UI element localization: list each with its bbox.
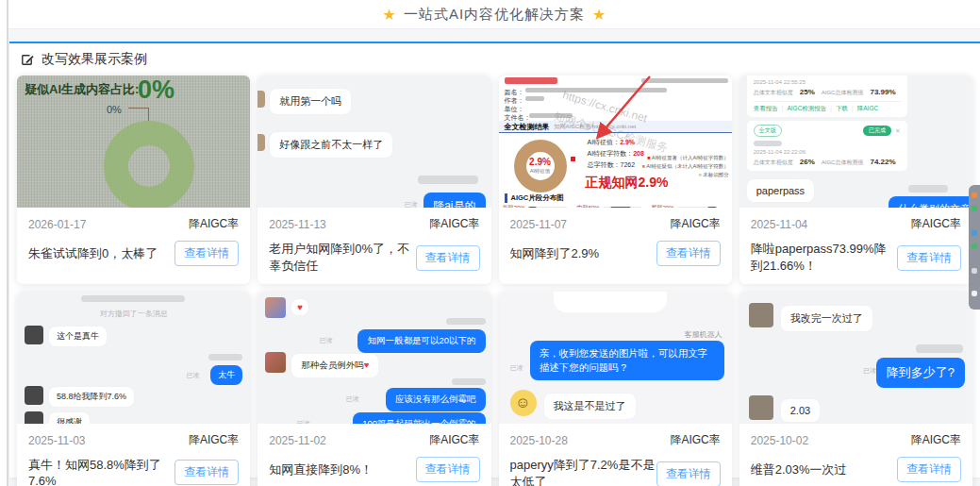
case-screenshot-chat: 我改完一次过了 已读 降到多少了? 2.03 [739, 292, 972, 424]
case-card: 我改完一次过了 已读 降到多少了? 2.03 2025-10-02 降AIGC率… [739, 292, 972, 486]
case-card: 疑似AI生成内容占比: 0% 0% 2026-01-17 降AIGC率 朱雀试试… [17, 75, 250, 284]
promo-banner: ★ 一站式AI内容优化解决方案 ★ [8, 0, 980, 29]
avatar [265, 297, 286, 318]
case-screenshot-chat: 对方撤回了一条消息 这个是真牛 已读 太牛 58.8给我降到7.6% 很感谢 [17, 292, 250, 424]
chat-bubble-sent: 知网一般都是可以20以下的 [357, 329, 485, 353]
case-card: ♥ 已读 知网一般都是可以20以下的 那种会员例外吗♥ 已读 应该没有那么倒霉吧… [257, 292, 490, 486]
case-description: 知网降到了2.9% [510, 245, 600, 262]
case-badge: 降AIGC率 [911, 216, 961, 232]
red-annotation: 正规知网2.9% [586, 175, 669, 192]
floating-sidebar-widget[interactable] [969, 185, 980, 310]
showcase-panel: 改写效果展示案例 疑似AI生成内容占比: 0% 0% 2026-01-17 降A… [9, 42, 980, 478]
zhuque-headline-value: 0% [138, 75, 174, 105]
avatar [25, 386, 43, 405]
blurred-text [505, 77, 557, 84]
blurred-text [916, 344, 963, 353]
view-details-button[interactable]: 查看详情 [174, 241, 239, 266]
read-receipt: 已读 [510, 363, 523, 373]
zhuque-headline: 疑似AI生成内容占比: [25, 81, 139, 98]
emoji-icon: ♥ [364, 360, 370, 370]
widget-icon [972, 193, 977, 198]
blurred-text [641, 78, 728, 83]
case-badge: 降AIGC率 [189, 432, 239, 448]
view-details-button[interactable]: 查看详情 [656, 461, 721, 486]
case-badge: 降AIGC率 [189, 216, 239, 232]
case-screenshot-zhuque: 疑似AI生成内容占比: 0% 0% [17, 75, 250, 208]
delete-icon[interactable]: ✕ [895, 127, 901, 135]
view-details-button[interactable]: 查看详情 [897, 245, 961, 271]
blurred-text [208, 354, 242, 360]
star-icon: ★ [592, 6, 606, 24]
avatar [265, 352, 286, 373]
case-badge: 降AIGC率 [911, 432, 961, 448]
avatar [257, 134, 265, 151]
case-date: 2025-11-07 [510, 218, 568, 231]
action-link[interactable]: 降AIGC [857, 105, 878, 113]
chat-bubble-sent: 亲，收到您发送的图片啦，可以用文字描述下您的问题吗？ [530, 341, 724, 380]
distribution-title: AIGC片段分布图 [505, 193, 564, 203]
donut-pointer-line [128, 108, 149, 121]
chat-bubble-text: 那种会员例外吗 [301, 360, 364, 370]
chat-bubble: 58.8给我降到7.6% [49, 387, 134, 407]
case-date: 2025-11-02 [269, 434, 326, 447]
widget-icon [972, 243, 977, 249]
avatar [25, 326, 43, 344]
chat-bubble: 那种会员例外吗♥ [291, 354, 378, 377]
chat-bubble-sent: 降到多少了? [876, 358, 965, 388]
report-time: 2025-11-04 22:22:06 [754, 149, 901, 155]
case-date: 2026-01-17 [28, 218, 86, 231]
stat-value: 7262 [621, 161, 636, 168]
view-details-button[interactable]: 查看详情 [897, 457, 961, 482]
case-screenshot-chat: ♥ 已读 知网一般都是可以20以下的 那种会员例外吗♥ 已读 应该没有那么倒霉吧… [257, 292, 490, 424]
case-badge: 降AIGC率 [429, 432, 479, 448]
case-screenshot-cnki-report: 篇名： 作者： 单位： 文件名： 全文检测结果 知网AIGC检测 https:/… [499, 75, 732, 208]
blurred-text [525, 96, 544, 101]
stat-row: AI特征字符数：208 [588, 149, 644, 159]
blurred-text [525, 88, 667, 92]
stat-label: 总字符数： [588, 161, 621, 168]
widget-icon [972, 268, 977, 274]
widget-icon [972, 291, 977, 296]
chat-bubble: 就用第一个吗 [270, 89, 351, 114]
case-screenshot-chat: 就用第一个吗 好像跟之前不太一样了 已读 降ai是的 [257, 75, 490, 208]
view-details-button[interactable]: 查看详情 [656, 241, 721, 266]
case-screenshot-paperpass: 2025-11-04 22:55:25 总体文本相似度25% AIGC总体检测值… [739, 75, 972, 208]
sim-label: 总体文本相似度 [754, 89, 793, 97]
view-details-button[interactable]: 查看详情 [416, 457, 480, 482]
case-date: 2025-11-13 [269, 218, 326, 231]
case-description: 维普2.03%一次过 [751, 461, 847, 478]
read-receipt: 已读 [405, 200, 418, 208]
action-link[interactable]: 下载 [836, 105, 848, 113]
status-badge: 已完成 [863, 126, 891, 136]
chat-bubble: paperpass [747, 179, 814, 202]
chat-bubble-sent: 100篇最起码能出一个倒霉的 [353, 412, 485, 424]
sim-value: 26% [800, 158, 815, 166]
avatar [749, 395, 773, 420]
widget-icon [972, 230, 977, 236]
case-description: 降啦paperpass73.99%降到21.66%！ [751, 241, 897, 275]
widget-icon [972, 206, 977, 211]
distribution-bars: 首部20% 中部60% 尾部20% [503, 204, 726, 208]
read-receipt: 已读 [346, 394, 359, 404]
report-time: 2025-11-04 22:55:25 [754, 79, 901, 85]
stat-value: 208 [633, 150, 644, 157]
view-details-button[interactable]: 查看详情 [416, 245, 480, 271]
result-title: 全文检测结果 [505, 122, 550, 132]
action-link[interactable]: AIGC检测报告 [787, 105, 826, 113]
chat-bubble-sent: 降ai是的 [424, 193, 485, 208]
case-date: 2025-11-03 [28, 434, 86, 447]
ai-ratio-value: 2.9% [514, 157, 567, 167]
avatar [25, 411, 43, 424]
chat-bubble: 我这是不是过了 [544, 394, 636, 419]
star-icon: ★ [383, 6, 396, 24]
case-badge: 降AIGC率 [429, 216, 479, 232]
blurred-text [418, 176, 478, 184]
report-tag: 全文版 [754, 125, 782, 137]
action-link[interactable]: 查看报告 [754, 105, 778, 113]
avatar [749, 303, 773, 327]
view-details-button[interactable]: 查看详情 [174, 460, 239, 485]
sim-label: 总体文本相似度 [754, 159, 793, 167]
window-left-edge [0, 0, 8, 486]
read-receipt: 已读 [320, 336, 333, 345]
dist-label: 首部20% [503, 204, 525, 208]
